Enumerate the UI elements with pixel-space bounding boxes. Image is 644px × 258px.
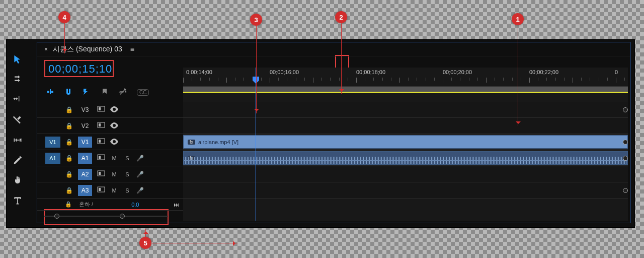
slip-tool[interactable] bbox=[10, 134, 26, 147]
track-v2-label[interactable]: V2 bbox=[78, 120, 92, 132]
arrow-right-5 bbox=[152, 243, 237, 243]
panel-menu-icon[interactable]: ≡ bbox=[130, 45, 134, 53]
mute-toggle[interactable]: M bbox=[110, 187, 118, 194]
arrow-down-2 bbox=[341, 23, 342, 94]
solo-toggle[interactable]: S bbox=[123, 187, 131, 194]
razor-tool[interactable] bbox=[10, 113, 26, 126]
sync-lock-icon[interactable] bbox=[97, 186, 105, 195]
lock-icon[interactable]: 🔒 bbox=[65, 171, 73, 178]
ruler-label: 0 bbox=[615, 69, 618, 75]
svg-rect-1 bbox=[99, 107, 101, 110]
sync-lock-icon[interactable] bbox=[97, 106, 105, 114]
captions-icon[interactable]: CC bbox=[137, 89, 149, 96]
lock-icon[interactable]: 🔒 bbox=[65, 187, 73, 194]
selection-tool[interactable] bbox=[10, 53, 26, 66]
clip-area: 0;00;14;00 00;00;16;00 00;00;18;00 00;00… bbox=[183, 68, 628, 221]
close-tab-icon[interactable]: × bbox=[44, 46, 48, 53]
source-a1[interactable]: A1 bbox=[45, 153, 60, 164]
work-area-bar[interactable] bbox=[183, 87, 628, 92]
callout-1: 1 bbox=[512, 13, 524, 25]
callout-2: 2 bbox=[335, 11, 347, 23]
sync-lock-icon[interactable] bbox=[97, 154, 105, 162]
eye-icon[interactable] bbox=[110, 138, 118, 146]
mute-toggle[interactable]: M bbox=[110, 155, 118, 161]
track-a2-header[interactable]: 🔒 A2 M S 🎤 bbox=[37, 166, 183, 182]
lock-icon[interactable]: 🔒 bbox=[65, 155, 73, 162]
eye-icon[interactable] bbox=[110, 106, 118, 114]
video-clip[interactable]: fx airplane.mp4 [V] bbox=[183, 135, 628, 149]
current-timecode[interactable]: 00;00;15;10 bbox=[45, 61, 115, 77]
lock-icon[interactable]: 🔒 bbox=[65, 122, 73, 130]
settings-icon[interactable] bbox=[119, 88, 127, 97]
time-ruler[interactable]: 0;00;14;00 00;00;16;00 00;00;18;00 00;00… bbox=[183, 68, 628, 87]
mix-label: 혼하 / bbox=[79, 201, 93, 208]
callout-5: 5 bbox=[139, 237, 151, 249]
mix-value[interactable]: 0.0 bbox=[131, 202, 139, 208]
track-v3-lane[interactable] bbox=[183, 102, 628, 118]
solo-toggle[interactable]: S bbox=[123, 155, 131, 161]
ruler-label: 00;00;20;00 bbox=[443, 69, 472, 75]
mic-icon[interactable]: 🎤 bbox=[136, 187, 144, 194]
lock-icon[interactable]: 🔒 bbox=[65, 139, 73, 146]
marker-icon[interactable] bbox=[101, 88, 109, 97]
skip-icon[interactable]: ⏭ bbox=[174, 202, 179, 208]
ruler-label: 00;00;16;00 bbox=[270, 69, 299, 75]
svg-rect-3 bbox=[99, 123, 101, 126]
hand-tool[interactable] bbox=[10, 174, 26, 187]
timeline: × 시퀀스 (Sequence) 03 ≡ 00;00;15;10 CC 🔒 bbox=[37, 42, 630, 223]
arrow-down-3 bbox=[256, 26, 257, 113]
eye-icon[interactable] bbox=[110, 122, 118, 130]
track-a3-header[interactable]: 🔒 A3 M S 🎤 bbox=[37, 182, 183, 199]
zoom-slider[interactable] bbox=[44, 214, 168, 220]
svg-rect-9 bbox=[99, 172, 101, 175]
pen-tool[interactable] bbox=[10, 154, 26, 167]
mix-track-header[interactable]: 🔒 혼하 / 0.0 ⏭ bbox=[37, 199, 183, 211]
track-a1-header[interactable]: A1 🔒 A1 M S 🎤 bbox=[37, 150, 183, 166]
svg-rect-11 bbox=[99, 188, 101, 191]
track-v1-lane[interactable]: fx airplane.mp4 [V] bbox=[183, 134, 628, 150]
track-a1-label[interactable]: A1 bbox=[78, 153, 92, 164]
track-v3-label[interactable]: V3 bbox=[78, 104, 92, 115]
type-tool[interactable] bbox=[10, 194, 26, 207]
track-a2-label[interactable]: A2 bbox=[78, 169, 92, 180]
track-v2-header[interactable]: 🔒 V2 bbox=[37, 118, 183, 134]
track-a1-lane[interactable]: fx bbox=[183, 150, 628, 166]
lock-icon[interactable]: 🔒 bbox=[65, 106, 73, 113]
snap-icon[interactable] bbox=[64, 88, 72, 97]
lock-icon[interactable]: 🔒 bbox=[65, 201, 72, 208]
track-v2-lane[interactable] bbox=[183, 118, 628, 134]
fx-badge: fx bbox=[188, 140, 195, 145]
callout-3: 3 bbox=[250, 14, 262, 26]
sequence-tab-header: × 시퀀스 (Sequence) 03 ≡ bbox=[37, 42, 630, 56]
track-v3-header[interactable]: 🔒 V3 bbox=[37, 102, 183, 118]
arrow-down-1 bbox=[518, 25, 518, 126]
insert-overwrite-icon[interactable] bbox=[46, 88, 54, 97]
ripple-edit-tool[interactable] bbox=[10, 93, 26, 106]
mute-toggle[interactable]: M bbox=[110, 171, 118, 177]
sync-lock-icon[interactable] bbox=[97, 170, 105, 178]
sync-lock-icon[interactable] bbox=[97, 138, 105, 146]
track-v1-label[interactable]: V1 bbox=[78, 137, 92, 148]
track-a3-label[interactable]: A3 bbox=[78, 185, 92, 196]
clip-name: airplane.mp4 [V] bbox=[198, 139, 238, 145]
sync-lock-icon[interactable] bbox=[97, 122, 105, 130]
waveform bbox=[184, 157, 627, 164]
solo-toggle[interactable]: S bbox=[123, 171, 131, 177]
tool-strip bbox=[7, 49, 29, 207]
svg-rect-7 bbox=[99, 156, 101, 159]
ruler-label: 00;00;18;00 bbox=[356, 69, 385, 75]
arrow-up-5 bbox=[145, 229, 146, 237]
source-v1[interactable]: V1 bbox=[45, 137, 60, 148]
mic-icon[interactable]: 🎤 bbox=[136, 171, 144, 178]
track-headers: 🔒 V3 🔒 V2 V1 🔒 V1 bbox=[37, 102, 183, 211]
linked-selection-icon[interactable] bbox=[83, 88, 91, 97]
track-select-forward-tool[interactable] bbox=[10, 73, 26, 86]
track-v1-header[interactable]: V1 🔒 V1 bbox=[37, 134, 183, 150]
ruler-label: 00;00;22;00 bbox=[529, 69, 558, 75]
track-a2-lane[interactable] bbox=[183, 166, 628, 182]
audio-clip[interactable]: fx bbox=[183, 151, 628, 165]
callout-4: 4 bbox=[58, 11, 70, 23]
track-a3-lane[interactable] bbox=[183, 182, 628, 199]
timeline-panel: × 시퀀스 (Sequence) 03 ≡ 00;00;15;10 CC 🔒 bbox=[6, 39, 635, 228]
mic-icon[interactable]: 🎤 bbox=[136, 155, 144, 162]
